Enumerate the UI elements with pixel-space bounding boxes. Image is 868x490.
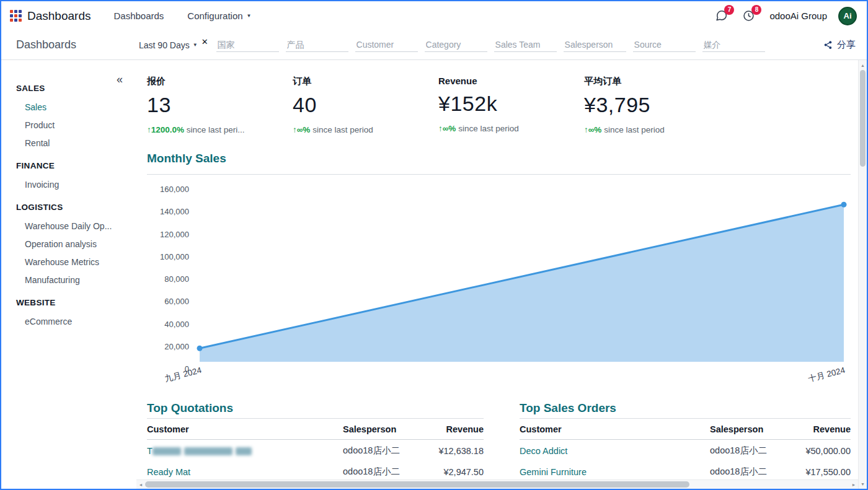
company-name[interactable]: odooAi Group bbox=[769, 11, 827, 21]
salesperson-cell: odoo18店小二 bbox=[710, 440, 786, 462]
filter-salesperson-input[interactable] bbox=[564, 38, 626, 52]
menu-configuration-label: Configuration bbox=[187, 11, 242, 21]
salesperson-cell: odoo18店小二 bbox=[343, 440, 418, 462]
scroll-right-icon[interactable]: ► bbox=[849, 480, 858, 489]
remove-filter-icon[interactable]: ✕ bbox=[202, 37, 208, 46]
workspace: « SALES Sales Product Rental FINANCE Inv… bbox=[1, 60, 867, 489]
kpi-delta-pct: ∞% bbox=[297, 125, 311, 134]
table-row: Ready Mat odoo18店小二 ¥2,947.50 bbox=[147, 461, 484, 482]
share-icon bbox=[823, 40, 833, 50]
kpi-value: 13 bbox=[147, 93, 293, 117]
filter-sales-team-input[interactable] bbox=[494, 38, 557, 52]
share-label: 分享 bbox=[837, 39, 856, 51]
sidebar-section-title: LOGISTICS bbox=[1, 194, 136, 217]
user-avatar[interactable]: Ai bbox=[838, 7, 857, 25]
up-arrow-icon: ↑ bbox=[584, 125, 588, 134]
kpi-orders: 订单 40 ↑∞% since last period bbox=[293, 76, 438, 150]
chart-y-tick: 160,000 bbox=[147, 185, 189, 195]
up-arrow-icon: ↑ bbox=[147, 125, 151, 134]
chevron-down-icon: ▼ bbox=[247, 14, 252, 19]
customer-cell[interactable]: Ready Mat bbox=[147, 461, 343, 482]
menu-configuration[interactable]: Configuration ▼ bbox=[175, 1, 263, 30]
sidebar-item-manufacturing[interactable]: Manufacturing bbox=[1, 271, 136, 289]
sidebar-item-warehouse-daily[interactable]: Warehouse Daily Op... bbox=[1, 217, 136, 235]
sidebar-section-logistics: LOGISTICS Warehouse Daily Op... Operatio… bbox=[1, 194, 136, 289]
chart-header: Monthly Sales bbox=[147, 150, 851, 175]
filter-country-input[interactable] bbox=[216, 38, 279, 52]
kpi-label: 订单 bbox=[293, 76, 438, 87]
filter-product-input[interactable] bbox=[286, 38, 348, 52]
chart-title: Monthly Sales bbox=[147, 152, 851, 165]
vertical-scrollbar-thumb[interactable] bbox=[860, 70, 866, 167]
scroll-up-icon[interactable]: ▲ bbox=[859, 61, 867, 69]
messages-badge: 7 bbox=[724, 5, 734, 15]
redacted-text bbox=[153, 447, 181, 455]
customer-link[interactable]: Ready Mat bbox=[147, 467, 190, 477]
top-sales-orders-table: Customer Salesperson Revenue Deco Addict… bbox=[520, 419, 851, 489]
revenue-cell: ¥17,550.00 bbox=[786, 461, 851, 482]
customer-link[interactable]: Deco Addict bbox=[520, 446, 567, 456]
horizontal-scrollbar-thumb[interactable] bbox=[145, 481, 689, 488]
customer-cell[interactable]: Gemini Furniture bbox=[520, 461, 710, 482]
main-menu: Dashboards Configuration ▼ bbox=[102, 1, 263, 30]
sidebar-item-invoicing[interactable]: Invoicing bbox=[1, 176, 136, 194]
share-button[interactable]: 分享 bbox=[823, 39, 856, 51]
scroll-down-icon[interactable]: ▼ bbox=[859, 479, 867, 488]
kpi-label: 平均订单 bbox=[584, 76, 730, 87]
vertical-scrollbar[interactable]: ▲ ▼ bbox=[858, 60, 867, 489]
sidebar-collapse-icon[interactable]: « bbox=[117, 74, 123, 85]
kpi-quotations: 报价 13 ↑1200.0% since last peri... bbox=[147, 76, 293, 150]
filter-category-input[interactable] bbox=[425, 38, 487, 52]
horizontal-scrollbar[interactable]: ◄ ► bbox=[136, 479, 858, 489]
kpi-average-order: 平均订单 ¥3,795 ↑∞% since last period bbox=[584, 76, 730, 150]
sidebar-item-ecommerce[interactable]: eCommerce bbox=[1, 313, 136, 331]
top-sales-orders-block: Top Sales Orders Customer Salesperson Re… bbox=[520, 401, 851, 489]
col-revenue: Revenue bbox=[418, 419, 484, 440]
up-arrow-icon: ↑ bbox=[438, 124, 443, 133]
redacted-text bbox=[236, 447, 252, 455]
top-quotations-table: Customer Salesperson Revenue T odoo18店小二 bbox=[147, 419, 484, 482]
kpi-delta-text: since last period bbox=[604, 125, 665, 134]
col-customer: Customer bbox=[520, 419, 710, 440]
sidebar-item-sales[interactable]: Sales bbox=[1, 98, 136, 116]
table-row: Gemini Furniture odoo18店小二 ¥17,550.00 bbox=[520, 461, 851, 482]
apps-grid-icon bbox=[10, 10, 22, 22]
activities-badge: 8 bbox=[751, 5, 761, 15]
chart-y-tick: 120,000 bbox=[147, 230, 189, 240]
sidebar-item-rental[interactable]: Rental bbox=[1, 134, 136, 152]
sidebar-section-title: FINANCE bbox=[1, 152, 136, 176]
home-menu-button[interactable]: Dashboards bbox=[10, 9, 91, 23]
customer-cell[interactable]: T bbox=[147, 440, 343, 462]
filter-medium-input[interactable] bbox=[702, 38, 765, 52]
navbar-systray: 7 8 odooAi Group Ai bbox=[710, 5, 857, 27]
activities-button[interactable]: 8 bbox=[737, 5, 760, 27]
menu-dashboards[interactable]: Dashboards bbox=[102, 1, 175, 30]
sidebar-item-product[interactable]: Product bbox=[1, 116, 136, 134]
control-panel: Dashboards Last 90 Days ▼ ✕ 分享 bbox=[1, 30, 867, 60]
kpi-delta: ↑1200.0% since last peri... bbox=[147, 125, 286, 134]
date-filter-facet[interactable]: Last 90 Days ▼ ✕ bbox=[139, 40, 208, 50]
kpi-revenue: Revenue ¥152k ↑∞% since last period bbox=[438, 76, 584, 150]
customer-cell[interactable]: Deco Addict bbox=[520, 440, 710, 462]
kpi-delta-pct: ∞% bbox=[443, 124, 456, 133]
revenue-cell: ¥2,947.50 bbox=[418, 461, 484, 482]
filter-bar: Last 90 Days ▼ ✕ bbox=[139, 38, 817, 52]
sidebar-item-operation-analysis[interactable]: Operation analysis bbox=[1, 235, 136, 253]
filter-customer-input[interactable] bbox=[355, 38, 418, 52]
messages-button[interactable]: 7 bbox=[710, 5, 732, 27]
sidebar-item-warehouse-metrics[interactable]: Warehouse Metrics bbox=[1, 253, 136, 271]
col-customer: Customer bbox=[147, 419, 343, 440]
salesperson-cell: odoo18店小二 bbox=[710, 461, 786, 482]
chevron-down-icon: ▼ bbox=[193, 43, 198, 48]
customer-link[interactable]: Gemini Furniture bbox=[520, 467, 587, 477]
chart-y-labels: 020,00040,00060,00080,000100,000120,0001… bbox=[147, 190, 189, 369]
sidebar-section-finance: FINANCE Invoicing bbox=[1, 152, 136, 194]
customer-link[interactable]: T bbox=[147, 446, 153, 456]
scroll-left-icon[interactable]: ◄ bbox=[136, 480, 145, 489]
table-header-row: Customer Salesperson Revenue bbox=[147, 419, 484, 440]
filter-source-input[interactable] bbox=[633, 38, 696, 52]
date-filter-label: Last 90 Days bbox=[139, 40, 190, 50]
kpi-delta-text: since last period bbox=[458, 124, 519, 133]
chart-y-tick: 20,000 bbox=[147, 342, 189, 352]
kpi-value: 40 bbox=[293, 93, 438, 117]
